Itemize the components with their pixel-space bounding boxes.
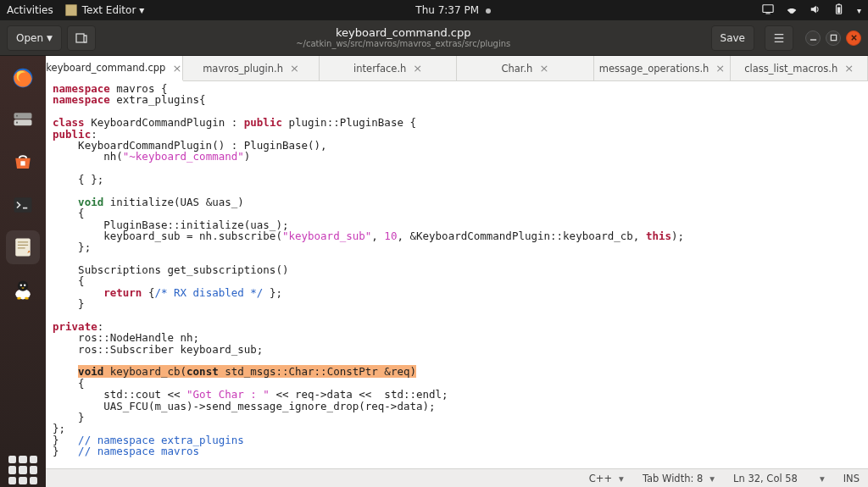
dock-files[interactable] [6, 103, 40, 137]
status-cursor-position: Ln 32, Col 58 [733, 473, 798, 484]
notification-dot [486, 8, 491, 14]
dock-tux[interactable] [6, 273, 40, 307]
tab-label: message_operations.h [599, 63, 709, 75]
tab-label: Char.h [501, 63, 532, 75]
dock-software[interactable] [6, 146, 40, 180]
close-button[interactable] [846, 30, 861, 46]
close-icon[interactable]: × [539, 62, 548, 75]
svg-point-19 [24, 285, 25, 286]
tab-label: keyboard_command.cpp [46, 62, 165, 74]
header-subtitle: ~/catkin_ws/src/mavros/mavros_extras/src… [96, 39, 711, 48]
svg-point-11 [16, 115, 18, 117]
maximize-button[interactable] [826, 30, 841, 46]
svg-rect-7 [831, 35, 836, 40]
close-icon[interactable]: × [172, 62, 181, 75]
text-editor-menu[interactable]: Text Editor ▾ [65, 4, 144, 16]
svg-rect-13 [20, 161, 25, 165]
svg-rect-5 [76, 34, 84, 42]
activities-button[interactable]: Activities [7, 4, 53, 16]
svg-rect-6 [810, 39, 815, 40]
highlighted-line: void keyboard_cb(const std_msgs::Char::C… [78, 365, 416, 378]
dock-show-apps[interactable] [6, 453, 40, 487]
svg-rect-15 [15, 239, 31, 257]
dock [0, 56, 46, 487]
header-title-text: keyboard_command.cpp [96, 27, 711, 39]
svg-point-12 [16, 122, 18, 124]
battery-icon[interactable] [833, 3, 845, 18]
svg-rect-4 [837, 7, 841, 13]
close-icon[interactable]: × [715, 62, 725, 75]
tab-label: mavros_plugin.h [203, 63, 283, 75]
status-bar: C++ Tab Width: 8 Ln 32, Col 58 INS [46, 468, 868, 487]
status-language[interactable]: C++ [589, 473, 624, 484]
tab-2[interactable]: interface.h× [320, 56, 457, 80]
volume-icon[interactable] [810, 3, 821, 18]
status-insert-mode[interactable] [816, 473, 825, 484]
network-icon[interactable] [786, 3, 798, 18]
dock-firefox[interactable] [6, 61, 40, 95]
clock[interactable]: Thu 7:37 PM [415, 4, 479, 16]
close-icon[interactable]: × [413, 62, 422, 75]
dock-terminal[interactable] [6, 188, 40, 222]
svg-rect-0 [763, 4, 773, 12]
text-editor-icon [65, 4, 77, 16]
close-icon[interactable]: × [844, 62, 854, 75]
tab-label: interface.h [353, 63, 406, 75]
close-icon[interactable]: × [290, 62, 299, 75]
tab-0[interactable]: keyboard_command.cpp× [46, 56, 183, 81]
app-menu-label: Text Editor ▾ [82, 4, 144, 16]
svg-rect-1 [765, 13, 770, 14]
system-menu-chevron[interactable]: ▾ [857, 6, 861, 15]
dock-text-editor[interactable] [6, 230, 40, 264]
status-insert-mode-label[interactable]: INS [843, 473, 860, 484]
gedit-header-bar: Open▼ keyboard_command.cpp ~/catkin_ws/s… [0, 20, 868, 56]
open-button[interactable]: Open▼ [7, 25, 62, 51]
tab-4[interactable]: message_operations.h× [594, 56, 732, 80]
svg-rect-14 [14, 197, 32, 213]
editor-panel: keyboard_command.cpp× mavros_plugin.h× i… [46, 56, 868, 487]
header-title: keyboard_command.cpp ~/catkin_ws/src/mav… [96, 27, 711, 48]
hamburger-menu-button[interactable] [765, 25, 793, 51]
tab-bar: keyboard_command.cpp× mavros_plugin.h× i… [46, 56, 868, 81]
new-tab-button[interactable] [67, 25, 96, 51]
system-top-bar: Activities Text Editor ▾ Thu 7:37 PM ▾ [0, 0, 868, 20]
minimize-button[interactable] [805, 30, 821, 46]
tab-5[interactable]: class_list_macros.h× [731, 56, 868, 80]
code-area[interactable]: namespace mavros { namespace extra_plugi… [46, 81, 868, 468]
status-tab-width[interactable]: Tab Width: 8 [643, 473, 715, 484]
svg-rect-3 [837, 3, 840, 4]
tab-label: class_list_macros.h [744, 63, 837, 75]
svg-point-18 [20, 285, 22, 286]
screen-icon[interactable] [762, 3, 774, 18]
save-button[interactable]: Save [711, 25, 754, 51]
tab-3[interactable]: Char.h× [457, 56, 594, 80]
svg-point-17 [18, 281, 28, 291]
tab-1[interactable]: mavros_plugin.h× [183, 56, 320, 80]
